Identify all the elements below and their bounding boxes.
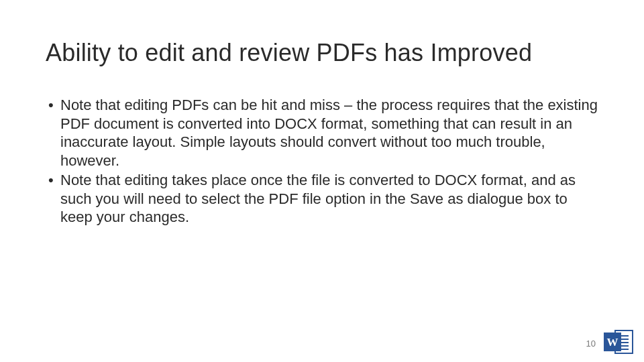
bullet-text: Note that editing takes place once the f…: [60, 172, 576, 225]
slide: Ability to edit and review PDFs has Impr…: [0, 0, 644, 362]
ms-word-icon: W: [604, 328, 633, 355]
page-number: 10: [586, 339, 596, 349]
slide-body: Note that editing PDFs can be hit and mi…: [46, 96, 598, 227]
slide-title: Ability to edit and review PDFs has Impr…: [46, 39, 598, 66]
bullet-item: Note that editing takes place once the f…: [46, 171, 598, 227]
bullet-text: Note that editing PDFs can be hit and mi…: [60, 97, 598, 169]
bullet-item: Note that editing PDFs can be hit and mi…: [46, 96, 598, 170]
word-badge-letter: W: [607, 337, 619, 348]
word-badge: W: [604, 333, 621, 351]
